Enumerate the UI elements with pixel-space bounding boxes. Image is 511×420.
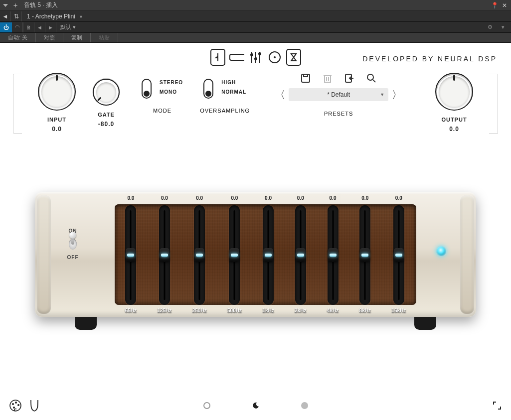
import-preset-icon[interactable] (344, 73, 355, 84)
eq-slider[interactable] (295, 205, 306, 305)
eq-band-value: 0.0 (161, 195, 168, 203)
delete-preset-icon[interactable] (322, 73, 333, 84)
svg-point-16 (367, 74, 373, 80)
input-value: 0.0 (52, 126, 62, 133)
eq-band: 0.01kHz (262, 195, 274, 315)
bottom-bar (0, 391, 511, 420)
preset-dropdown[interactable]: * Default ▼ (289, 88, 388, 101)
svg-point-19 (12, 403, 14, 405)
eq-band-freq: 16kHz (391, 308, 406, 316)
eq-slider-thumb[interactable] (229, 248, 239, 262)
window-title: 音轨 5 · 插入 (24, 1, 58, 9)
eq-slider-thumb[interactable] (360, 248, 370, 262)
eq-band-freq: 8kHz (359, 308, 371, 316)
eq-slider-thumb[interactable] (394, 248, 404, 262)
output-label: OUTPUT (441, 117, 467, 123)
eq-slider-thumb[interactable] (263, 248, 273, 262)
eq-band: 0.0125Hz (157, 195, 171, 315)
prev-preset-icon[interactable]: ◄ (34, 22, 45, 32)
tab-compare[interactable]: 对照 (36, 33, 63, 42)
eq-band: 0.0500Hz (227, 195, 242, 315)
eq-slider[interactable] (125, 205, 136, 305)
latency-icon[interactable]: ◠ (12, 22, 23, 32)
gear-icon[interactable]: ⚙ (485, 24, 495, 30)
eq-power-led[interactable] (436, 246, 446, 256)
eq-slider[interactable] (393, 205, 404, 305)
power-button[interactable]: ⏻ (0, 22, 12, 32)
next-preset-icon[interactable]: ► (45, 22, 56, 32)
output-value: 0.0 (449, 126, 459, 133)
os-option-high: HIGH (221, 80, 246, 85)
gate-value: -80.0 (98, 121, 114, 128)
nav-amp-icon[interactable] (229, 49, 244, 66)
output-knob[interactable] (435, 73, 473, 111)
plugin-name-dropdown[interactable]: 1 - Archetype Plini ▼ (22, 13, 88, 20)
next-preset-button[interactable]: 〉 (391, 88, 402, 102)
prev-plugin-icon[interactable]: ◄ (0, 11, 11, 21)
eq-band-value: 0.0 (265, 195, 272, 203)
nav-cab-icon[interactable] (267, 49, 282, 66)
eq-band-freq: 125Hz (157, 308, 171, 316)
auto-toggle[interactable]: 自动: 关 (0, 33, 36, 42)
svg-rect-11 (325, 76, 331, 82)
chevron-down-icon: ▾ (73, 24, 76, 30)
eq-slider-thumb[interactable] (160, 248, 170, 262)
palette-icon[interactable] (9, 399, 22, 412)
host-preset-dropdown[interactable]: 默认 ▾ (56, 23, 80, 31)
page-dot-3[interactable] (301, 402, 308, 409)
oversampling-switch[interactable] (203, 79, 213, 99)
prev-preset-button[interactable]: 〈 (275, 88, 286, 102)
eq-band-value: 0.0 (330, 195, 337, 203)
left-bracket-decor (13, 74, 22, 134)
os-option-normal: NORMAL (221, 89, 246, 95)
plugin-surface: DEVELOPED BY NEURAL DSP INPUT 0.0 GATE -… (0, 43, 511, 420)
eq-slider[interactable] (194, 205, 205, 305)
nav-eq-icon[interactable] (248, 49, 263, 66)
mode-label: MODE (153, 108, 171, 114)
eq-slider-thumb[interactable] (296, 248, 306, 262)
mode-switch[interactable] (142, 79, 152, 99)
host-tool-row: ⏻ ◠ 🗎 ◄ ► 默认 ▾ ⚙ ▾ (0, 22, 511, 33)
eq-slider[interactable] (359, 205, 370, 305)
doc-icon[interactable]: 🗎 (23, 22, 34, 32)
pin-icon[interactable]: 📍 (491, 2, 498, 9)
tab-copy[interactable]: 复制 (63, 33, 91, 42)
save-preset-icon[interactable] (300, 73, 311, 84)
gate-knob[interactable] (93, 79, 120, 106)
eq-power-toggle[interactable] (67, 237, 79, 252)
routing-icon[interactable]: ⇅ (11, 11, 22, 21)
fullscreen-icon[interactable] (492, 401, 502, 411)
host-tab-row: 自动: 关 对照 复制 粘贴 (0, 33, 511, 43)
nav-gate-icon[interactable] (210, 49, 225, 66)
eq-slider-thumb[interactable] (328, 248, 338, 262)
section-nav (210, 49, 301, 66)
input-label: INPUT (47, 117, 66, 123)
tab-paste[interactable]: 粘贴 (91, 33, 118, 42)
eq-slider[interactable] (263, 205, 274, 305)
svg-rect-0 (230, 54, 244, 60)
eq-slider[interactable] (229, 205, 240, 305)
search-preset-icon[interactable] (366, 73, 377, 84)
svg-point-8 (274, 56, 276, 58)
eq-slider[interactable] (328, 205, 339, 305)
svg-point-20 (15, 402, 17, 404)
host-titlebar: ＋ 音轨 5 · 插入 📍 ✕ (0, 0, 511, 11)
close-icon[interactable]: ✕ (501, 2, 508, 9)
tuner-icon[interactable] (29, 399, 42, 412)
nav-delay-icon[interactable] (286, 49, 301, 66)
page-dot-2[interactable] (252, 402, 259, 409)
menu-dropdown-icon[interactable] (3, 4, 8, 7)
page-dot-1[interactable] (203, 402, 210, 409)
input-knob[interactable] (38, 73, 76, 111)
svg-point-6 (258, 52, 261, 55)
eq-band: 0.04kHz (327, 195, 339, 315)
add-icon[interactable]: ＋ (12, 1, 19, 10)
eq-slider-thumb[interactable] (126, 248, 136, 262)
oversampling-label: OVERSAMPLING (200, 108, 250, 114)
svg-point-5 (254, 57, 257, 60)
eq-slider[interactable] (159, 205, 170, 305)
eq-slider-thumb[interactable] (194, 248, 204, 262)
eq-band: 0.065Hz (125, 195, 137, 315)
eq-band-freq: 4kHz (327, 308, 339, 316)
chevron-down-icon[interactable]: ▾ (498, 24, 508, 30)
